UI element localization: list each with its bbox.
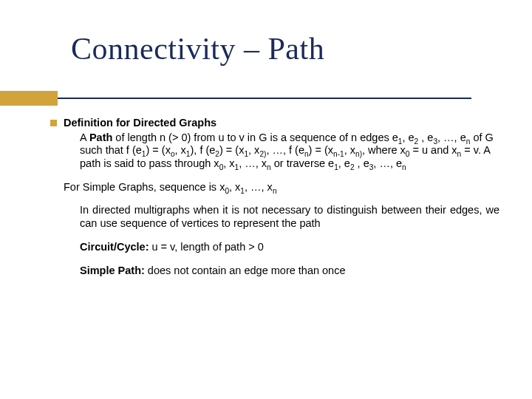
definition-heading: Definition for Directed Graphs <box>64 117 499 130</box>
simple-path-line: Simple Path: does not contain an edge mo… <box>64 265 499 278</box>
bullet-square-icon <box>50 120 57 126</box>
slide-title: Connectivity – Path <box>71 31 502 66</box>
circuit-line: Circuit/Cycle: u = v, length of path > 0 <box>64 241 499 254</box>
slide: Connectivity – Path Definition for Direc… <box>0 0 532 399</box>
body-content: Definition for Directed Graphs A Path of… <box>64 117 499 287</box>
definition-heading-text: Definition for Directed Graphs <box>64 117 216 129</box>
multigraphs-paragraph: In directed multigraphs when it is not n… <box>64 204 499 230</box>
definition-body: A Path of length n (> 0) from u to v in … <box>64 132 499 171</box>
simple-graphs-line: For Simple Graphs, sequence is x0, x1, …… <box>64 181 499 194</box>
title-row: Connectivity – Path <box>0 0 532 66</box>
title-underline <box>58 98 471 99</box>
accent-block <box>0 91 58 106</box>
